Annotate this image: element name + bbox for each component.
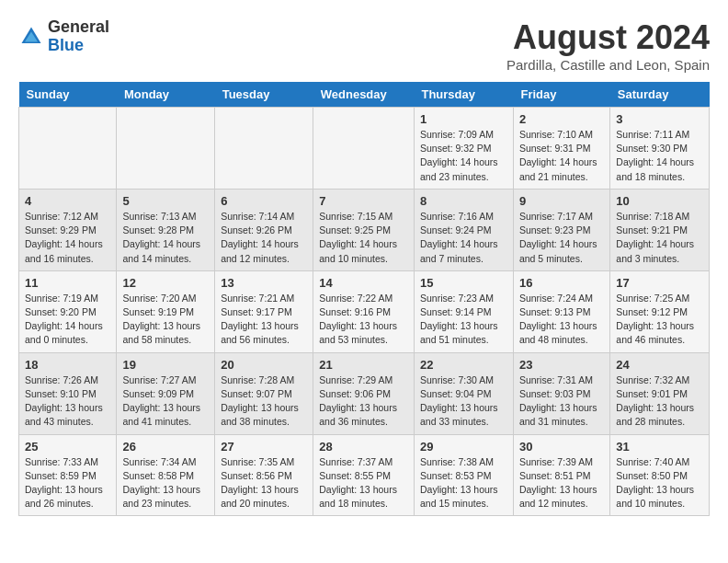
calendar-cell: 12Sunrise: 7:20 AM Sunset: 9:19 PM Dayli… <box>117 270 215 352</box>
day-number: 30 <box>519 440 604 454</box>
day-number: 6 <box>221 194 307 208</box>
week-row-4: 18Sunrise: 7:26 AM Sunset: 9:10 PM Dayli… <box>19 352 710 434</box>
calendar-cell: 6Sunrise: 7:14 AM Sunset: 9:26 PM Daylig… <box>215 189 313 270</box>
day-details: Sunrise: 7:35 AM Sunset: 8:56 PM Dayligh… <box>221 455 307 511</box>
day-number: 2 <box>519 112 604 126</box>
calendar-cell <box>19 108 117 190</box>
day-number: 25 <box>25 440 110 454</box>
day-details: Sunrise: 7:13 AM Sunset: 9:28 PM Dayligh… <box>122 210 209 266</box>
day-number: 24 <box>616 358 703 372</box>
day-details: Sunrise: 7:31 AM Sunset: 9:03 PM Dayligh… <box>519 373 604 430</box>
day-header-sunday: Sunday <box>19 82 117 108</box>
day-number: 20 <box>221 358 307 372</box>
day-number: 21 <box>319 358 408 372</box>
day-number: 13 <box>221 276 307 290</box>
calendar-cell: 16Sunrise: 7:24 AM Sunset: 9:13 PM Dayli… <box>513 270 609 352</box>
day-number: 1 <box>420 112 507 126</box>
day-header-monday: Monday <box>117 82 215 108</box>
calendar-cell: 13Sunrise: 7:21 AM Sunset: 9:17 PM Dayli… <box>215 270 313 352</box>
calendar-cell: 18Sunrise: 7:26 AM Sunset: 9:10 PM Dayli… <box>19 352 117 434</box>
day-number: 28 <box>319 440 408 454</box>
day-details: Sunrise: 7:26 AM Sunset: 9:10 PM Dayligh… <box>25 373 110 430</box>
calendar-cell <box>313 108 415 190</box>
day-number: 4 <box>25 194 110 208</box>
day-details: Sunrise: 7:22 AM Sunset: 9:16 PM Dayligh… <box>319 292 408 348</box>
header-row: SundayMondayTuesdayWednesdayThursdayFrid… <box>19 82 710 108</box>
calendar-cell: 10Sunrise: 7:18 AM Sunset: 9:21 PM Dayli… <box>610 189 710 270</box>
day-header-thursday: Thursday <box>414 82 513 108</box>
day-number: 14 <box>319 276 408 290</box>
day-number: 26 <box>122 440 209 454</box>
day-details: Sunrise: 7:18 AM Sunset: 9:21 PM Dayligh… <box>616 210 703 266</box>
day-details: Sunrise: 7:09 AM Sunset: 9:32 PM Dayligh… <box>420 128 507 184</box>
day-details: Sunrise: 7:15 AM Sunset: 9:25 PM Dayligh… <box>319 210 408 266</box>
day-number: 27 <box>221 440 307 454</box>
day-details: Sunrise: 7:24 AM Sunset: 9:13 PM Dayligh… <box>519 292 604 348</box>
calendar-body: 1Sunrise: 7:09 AM Sunset: 9:32 PM Daylig… <box>19 108 710 516</box>
day-header-friday: Friday <box>513 82 609 108</box>
logo-icon <box>18 24 44 50</box>
day-details: Sunrise: 7:40 AM Sunset: 8:50 PM Dayligh… <box>616 455 703 511</box>
day-number: 29 <box>420 440 507 454</box>
calendar-table: SundayMondayTuesdayWednesdayThursdayFrid… <box>18 82 710 516</box>
calendar-cell: 9Sunrise: 7:17 AM Sunset: 9:23 PM Daylig… <box>513 189 609 270</box>
calendar-cell: 21Sunrise: 7:29 AM Sunset: 9:06 PM Dayli… <box>313 352 415 434</box>
calendar-cell: 14Sunrise: 7:22 AM Sunset: 9:16 PM Dayli… <box>313 270 415 352</box>
calendar-cell: 3Sunrise: 7:11 AM Sunset: 9:30 PM Daylig… <box>610 108 710 190</box>
week-row-2: 4Sunrise: 7:12 AM Sunset: 9:29 PM Daylig… <box>19 189 710 270</box>
day-header-wednesday: Wednesday <box>313 82 415 108</box>
title-area: August 2024 Pardilla, Castille and Leon,… <box>506 18 710 73</box>
day-details: Sunrise: 7:23 AM Sunset: 9:14 PM Dayligh… <box>420 292 507 348</box>
day-details: Sunrise: 7:19 AM Sunset: 9:20 PM Dayligh… <box>25 292 110 348</box>
week-row-5: 25Sunrise: 7:33 AM Sunset: 8:59 PM Dayli… <box>19 434 710 516</box>
calendar-cell: 7Sunrise: 7:15 AM Sunset: 9:25 PM Daylig… <box>313 189 415 270</box>
day-details: Sunrise: 7:10 AM Sunset: 9:31 PM Dayligh… <box>519 128 604 184</box>
calendar-cell: 15Sunrise: 7:23 AM Sunset: 9:14 PM Dayli… <box>414 270 513 352</box>
week-row-1: 1Sunrise: 7:09 AM Sunset: 9:32 PM Daylig… <box>19 108 710 190</box>
calendar-cell: 19Sunrise: 7:27 AM Sunset: 9:09 PM Dayli… <box>117 352 215 434</box>
day-details: Sunrise: 7:34 AM Sunset: 8:58 PM Dayligh… <box>122 455 209 511</box>
day-details: Sunrise: 7:30 AM Sunset: 9:04 PM Dayligh… <box>420 373 507 430</box>
logo-general: General <box>48 18 109 37</box>
calendar-cell: 29Sunrise: 7:38 AM Sunset: 8:53 PM Dayli… <box>414 434 513 516</box>
day-details: Sunrise: 7:37 AM Sunset: 8:55 PM Dayligh… <box>319 455 408 511</box>
day-details: Sunrise: 7:29 AM Sunset: 9:06 PM Dayligh… <box>319 373 408 430</box>
day-details: Sunrise: 7:17 AM Sunset: 9:23 PM Dayligh… <box>519 210 604 266</box>
location-subtitle: Pardilla, Castille and Leon, Spain <box>506 57 710 73</box>
calendar-cell: 27Sunrise: 7:35 AM Sunset: 8:56 PM Dayli… <box>215 434 313 516</box>
calendar-cell: 26Sunrise: 7:34 AM Sunset: 8:58 PM Dayli… <box>117 434 215 516</box>
day-number: 17 <box>616 276 703 290</box>
day-number: 31 <box>616 440 703 454</box>
day-number: 12 <box>122 276 209 290</box>
day-details: Sunrise: 7:33 AM Sunset: 8:59 PM Dayligh… <box>25 455 110 511</box>
day-number: 3 <box>616 112 703 126</box>
day-number: 7 <box>319 194 408 208</box>
day-details: Sunrise: 7:21 AM Sunset: 9:17 PM Dayligh… <box>221 292 307 348</box>
calendar-cell: 11Sunrise: 7:19 AM Sunset: 9:20 PM Dayli… <box>19 270 117 352</box>
day-details: Sunrise: 7:14 AM Sunset: 9:26 PM Dayligh… <box>221 210 307 266</box>
day-number: 23 <box>519 358 604 372</box>
day-number: 15 <box>420 276 507 290</box>
day-number: 18 <box>25 358 110 372</box>
day-details: Sunrise: 7:11 AM Sunset: 9:30 PM Dayligh… <box>616 128 703 184</box>
day-header-saturday: Saturday <box>610 82 710 108</box>
day-details: Sunrise: 7:25 AM Sunset: 9:12 PM Dayligh… <box>616 292 703 348</box>
day-number: 9 <box>519 194 604 208</box>
day-details: Sunrise: 7:27 AM Sunset: 9:09 PM Dayligh… <box>122 373 209 430</box>
calendar-cell <box>215 108 313 190</box>
calendar-cell: 1Sunrise: 7:09 AM Sunset: 9:32 PM Daylig… <box>414 108 513 190</box>
calendar-cell <box>117 108 215 190</box>
calendar-cell: 25Sunrise: 7:33 AM Sunset: 8:59 PM Dayli… <box>19 434 117 516</box>
day-number: 11 <box>25 276 110 290</box>
day-number: 16 <box>519 276 604 290</box>
calendar-cell: 20Sunrise: 7:28 AM Sunset: 9:07 PM Dayli… <box>215 352 313 434</box>
day-details: Sunrise: 7:38 AM Sunset: 8:53 PM Dayligh… <box>420 455 507 511</box>
day-number: 22 <box>420 358 507 372</box>
logo-text: General Blue <box>48 18 109 55</box>
day-header-tuesday: Tuesday <box>215 82 313 108</box>
logo: General Blue <box>18 18 109 55</box>
calendar-cell: 30Sunrise: 7:39 AM Sunset: 8:51 PM Dayli… <box>513 434 609 516</box>
day-number: 10 <box>616 194 703 208</box>
week-row-3: 11Sunrise: 7:19 AM Sunset: 9:20 PM Dayli… <box>19 270 710 352</box>
day-details: Sunrise: 7:39 AM Sunset: 8:51 PM Dayligh… <box>519 455 604 511</box>
